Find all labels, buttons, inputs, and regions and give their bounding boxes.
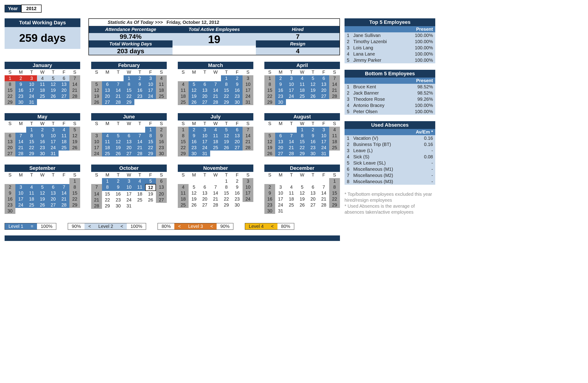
calendar-day[interactable]: 30	[232, 202, 243, 208]
calendar-day[interactable]: 9	[264, 190, 275, 196]
calendar-day[interactable]: 5	[189, 184, 199, 190]
calendar-day[interactable]: 7	[210, 81, 221, 87]
calendar-day[interactable]: 7	[59, 184, 69, 190]
calendar-day[interactable]: 20	[59, 87, 69, 93]
calendar-day[interactable]: 30	[232, 99, 243, 105]
calendar-day[interactable]: 4	[210, 127, 221, 133]
calendar-day[interactable]: 12	[91, 87, 102, 93]
calendar-day[interactable]: 13	[5, 139, 15, 145]
calendar-day[interactable]: 4	[178, 81, 189, 87]
calendar-day[interactable]: 16	[37, 139, 48, 145]
calendar-day[interactable]: 16	[232, 190, 243, 196]
calendar-day[interactable]: 1	[178, 127, 189, 133]
calendar-day[interactable]: 27	[48, 202, 59, 208]
calendar-day[interactable]: 29	[297, 151, 308, 156]
calendar-day[interactable]: 5	[308, 75, 318, 81]
calendar-day[interactable]: 23	[37, 145, 48, 151]
calendar-day[interactable]: 1	[221, 75, 232, 81]
calendar-day[interactable]: 6	[59, 75, 69, 81]
calendar-day[interactable]: 21	[210, 93, 221, 99]
calendar-day[interactable]: 17	[199, 139, 210, 145]
calendar-day[interactable]: 11	[26, 190, 37, 196]
calendar-day[interactable]: 3	[199, 127, 210, 133]
calendar-day[interactable]: 16	[5, 196, 15, 202]
calendar-day[interactable]: 21	[15, 145, 26, 151]
calendar-day[interactable]: 11	[210, 133, 221, 139]
calendar-day[interactable]: 20	[102, 93, 113, 99]
calendar-day[interactable]: 24	[91, 151, 102, 156]
calendar-day[interactable]: 7	[243, 127, 253, 133]
calendar-day[interactable]: 28	[329, 93, 340, 99]
calendar-day[interactable]: 19	[308, 87, 318, 93]
calendar-day[interactable]: 6	[156, 178, 167, 184]
calendar-day[interactable]: 7	[15, 133, 26, 139]
calendar-day[interactable]: 24	[318, 145, 329, 151]
calendar-day[interactable]: 10	[145, 81, 156, 87]
calendar-day[interactable]: 18	[178, 196, 189, 202]
calendar-day[interactable]: 6	[318, 75, 329, 81]
calendar-day[interactable]: 5	[69, 127, 80, 133]
calendar-day[interactable]: 4	[286, 184, 297, 190]
calendar-day[interactable]: 17	[15, 196, 26, 202]
calendar-day[interactable]: 4	[102, 133, 113, 139]
calendar-day[interactable]: 22	[145, 145, 156, 151]
calendar-day[interactable]: 17	[91, 145, 102, 151]
calendar-day[interactable]: 5	[113, 133, 124, 139]
calendar-day[interactable]: 17	[318, 139, 329, 145]
year-value[interactable]: 2012	[21, 5, 42, 13]
calendar-day[interactable]: 11	[329, 133, 340, 139]
calendar-day[interactable]: 13	[102, 87, 113, 93]
calendar-day[interactable]: 31	[124, 203, 134, 209]
calendar-day[interactable]: 1	[69, 178, 80, 184]
calendar-day[interactable]: 9	[37, 133, 48, 139]
calendar-day[interactable]: 22	[264, 93, 275, 99]
calendar-day[interactable]: 23	[113, 197, 124, 203]
calendar-day[interactable]: 27	[199, 99, 210, 105]
calendar-day[interactable]: 17	[243, 87, 253, 93]
calendar-day[interactable]: 21	[91, 197, 102, 203]
calendar-day[interactable]: 23	[232, 196, 243, 202]
calendar-day[interactable]: 18	[286, 196, 297, 202]
calendar-day[interactable]: 30	[15, 99, 26, 105]
calendar-day[interactable]: 31	[243, 99, 253, 105]
calendar-day[interactable]: 3	[286, 75, 297, 81]
calendar-day[interactable]: 14	[91, 191, 102, 197]
calendar-day[interactable]: 24	[15, 202, 26, 208]
calendar-day[interactable]: 26	[308, 93, 318, 99]
calendar-day[interactable]: 28	[91, 203, 102, 209]
calendar-day[interactable]: 19	[37, 196, 48, 202]
calendar-day[interactable]: 19	[145, 191, 156, 197]
calendar-day[interactable]: 15	[297, 139, 308, 145]
calendar-day[interactable]: 7	[210, 184, 221, 190]
calendar-day[interactable]: 6	[48, 184, 59, 190]
calendar-day[interactable]: 3	[145, 75, 156, 81]
calendar-day[interactable]: 29	[26, 151, 37, 156]
calendar-day[interactable]: 29	[221, 99, 232, 105]
calendar-day[interactable]: 7	[69, 75, 80, 81]
calendar-day[interactable]: 19	[189, 196, 199, 202]
calendar-day[interactable]: 8	[102, 184, 113, 191]
calendar-day[interactable]: 3	[243, 75, 253, 81]
calendar-day[interactable]: 14	[243, 133, 253, 139]
calendar-day[interactable]: 29	[124, 99, 134, 105]
calendar-day[interactable]: 29	[69, 202, 80, 208]
calendar-day[interactable]: 11	[156, 81, 167, 87]
calendar-day[interactable]: 29	[5, 99, 15, 105]
calendar-day[interactable]: 15	[221, 87, 232, 93]
calendar-day[interactable]: 10	[48, 133, 59, 139]
calendar-day[interactable]: 10	[91, 139, 102, 145]
calendar-day[interactable]: 26	[189, 99, 199, 105]
calendar-day[interactable]: 28	[69, 93, 80, 99]
calendar-day[interactable]: 3	[48, 127, 59, 133]
calendar-day[interactable]: 4	[156, 75, 167, 81]
calendar-day[interactable]: 20	[318, 87, 329, 93]
calendar-day[interactable]: 14	[210, 87, 221, 93]
calendar-day[interactable]: 15	[124, 87, 134, 93]
calendar-day[interactable]: 18	[156, 87, 167, 93]
calendar-day[interactable]: 11	[134, 184, 145, 191]
calendar-day[interactable]: 13	[59, 81, 69, 87]
calendar-day[interactable]: 8	[145, 133, 156, 139]
calendar-day[interactable]: 16	[308, 139, 318, 145]
calendar-day[interactable]: 25	[297, 93, 308, 99]
calendar-day[interactable]: 26	[297, 202, 308, 208]
